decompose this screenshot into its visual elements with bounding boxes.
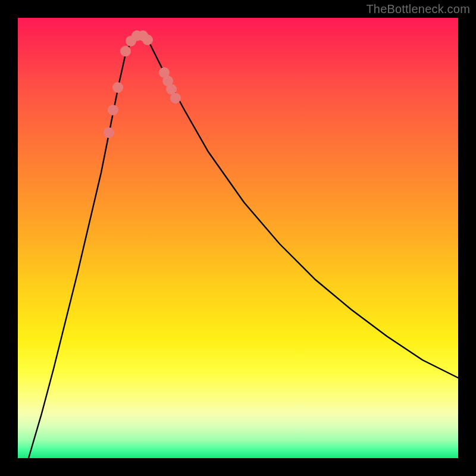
bottleneck-chart	[18, 18, 458, 458]
curve-marker	[170, 93, 181, 104]
watermark: TheBottleneck.com	[366, 2, 470, 16]
chart-area	[18, 18, 458, 458]
curve-marker	[120, 46, 131, 57]
curve-marker	[142, 35, 153, 45]
curve-markers	[104, 30, 181, 138]
curve-path	[29, 36, 458, 458]
curve-marker	[108, 105, 118, 115]
curve-marker	[104, 127, 114, 138]
curve-marker	[112, 82, 123, 93]
